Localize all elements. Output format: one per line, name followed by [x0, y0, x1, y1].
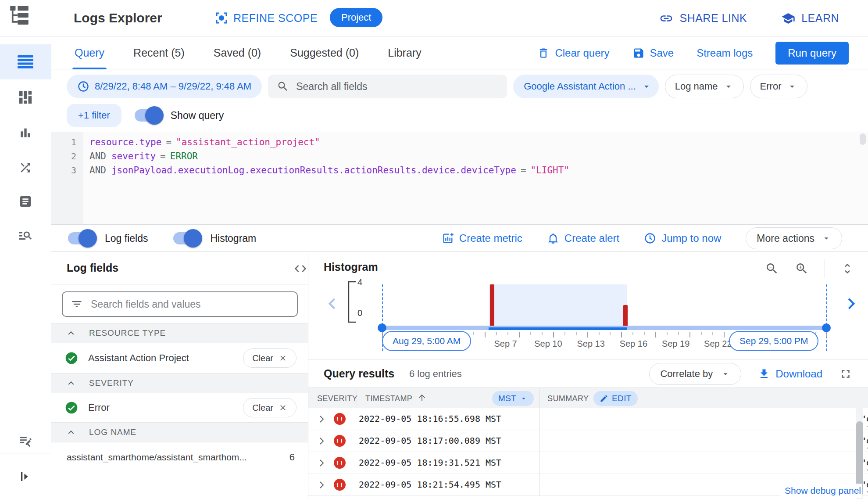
- sidebar-divider: [0, 453, 51, 453]
- expand-row-icon[interactable]: [316, 436, 327, 446]
- more-filters-button[interactable]: +1 filter: [67, 104, 121, 127]
- time-slider-track[interactable]: [382, 326, 826, 330]
- editor-scrollbar[interactable]: [860, 133, 866, 145]
- create-metric-button[interactable]: Create metric: [442, 232, 522, 244]
- histogram-toolbar: [765, 259, 854, 278]
- severity-filter-dropdown[interactable]: Error: [750, 75, 807, 98]
- show-query-toggle[interactable]: [135, 106, 162, 125]
- jump-to-now-button[interactable]: Jump to now: [644, 232, 721, 244]
- sidebar-item-logs-storage[interactable]: [0, 184, 51, 219]
- log-fields-toggle[interactable]: [68, 229, 95, 248]
- histogram-plot[interactable]: [382, 284, 826, 326]
- sidebar-item-log-analytics[interactable]: [0, 218, 51, 253]
- learn-button[interactable]: LEARN: [781, 11, 839, 25]
- list-search-icon: [18, 228, 33, 243]
- zoom-out-icon[interactable]: [765, 262, 779, 276]
- resource-filter-dropdown[interactable]: Google Assistant Action ...: [513, 75, 659, 98]
- expand-row-icon[interactable]: [316, 458, 327, 468]
- stream-logs-button[interactable]: Stream logs: [697, 47, 753, 59]
- create-alert-button[interactable]: Create alert: [547, 232, 619, 244]
- slider-handle-end[interactable]: [822, 323, 831, 332]
- field-item-log-name[interactable]: assistant_smarthome/assistant_smarthom..…: [51, 443, 308, 471]
- save-button[interactable]: Save: [632, 47, 674, 59]
- zoom-in-icon[interactable]: [795, 262, 809, 276]
- tab-suggested[interactable]: Suggested (0): [275, 36, 373, 69]
- project-scope-badge[interactable]: Project: [330, 8, 382, 27]
- log-row[interactable]: !! 2022-09-05 18:19:31.521 MST {"executi…: [308, 452, 868, 474]
- log-row[interactable]: !! 2022-09-05 18:17:00.089 MST {"executi…: [308, 430, 868, 452]
- clock-icon: [77, 80, 89, 93]
- clear-severity-filter-button[interactable]: Clear: [243, 398, 296, 417]
- fullscreen-icon[interactable]: [839, 367, 852, 381]
- histogram-toggle[interactable]: [173, 229, 200, 248]
- sort-ascending-icon[interactable]: [417, 393, 427, 402]
- range-end-pill[interactable]: Sep 29, 5:00 PM: [729, 331, 818, 351]
- tab-library[interactable]: Library: [373, 36, 436, 69]
- page-title: Logs Explorer: [74, 11, 162, 25]
- run-query-button[interactable]: Run query: [775, 42, 849, 65]
- line-number: 3: [51, 165, 83, 176]
- close-icon: [279, 403, 287, 412]
- histogram-bar: [490, 284, 494, 326]
- chevron-down-icon: [520, 395, 528, 402]
- histogram-next-icon[interactable]: [843, 294, 859, 313]
- field-item-error[interactable]: Error Clear: [51, 393, 308, 422]
- y-axis-max-label: 4: [357, 277, 362, 287]
- chevron-down-icon: [787, 81, 797, 92]
- log-fields-search[interactable]: [62, 291, 298, 317]
- chevron-down-icon: [723, 81, 734, 92]
- chevron-down-icon: [721, 369, 730, 379]
- timezone-dropdown[interactable]: MST: [492, 391, 534, 406]
- histogram-tick-label: Sep 10: [534, 339, 562, 349]
- sidebar-item-logs-explorer[interactable]: [0, 44, 51, 79]
- query-tabbar: Query Recent (5) Saved (0) Suggested (0)…: [51, 36, 868, 69]
- search-all-fields[interactable]: [268, 75, 507, 98]
- clear-resource-filter-button[interactable]: Clear: [243, 348, 296, 368]
- code-brackets-icon[interactable]: [293, 262, 307, 276]
- col-timestamp[interactable]: TIMESTAMP: [365, 394, 412, 403]
- pencil-icon: [600, 394, 608, 403]
- sidebar-item-log-metrics[interactable]: [0, 115, 51, 150]
- share-link-button[interactable]: SHARE LINK: [659, 11, 747, 25]
- download-button[interactable]: Download: [758, 368, 822, 380]
- tab-query[interactable]: Query: [60, 36, 119, 69]
- section-severity[interactable]: SEVERITY: [51, 373, 308, 393]
- error-severity-icon: !!: [334, 413, 346, 425]
- query-editor[interactable]: 1 resource.type="assistant_action_projec…: [51, 132, 868, 224]
- time-range-filter[interactable]: 8/29/22, 8:48 AM – 9/29/22, 9:48 AM: [67, 75, 262, 98]
- sidebar-item-logs-dashboard[interactable]: [0, 80, 51, 115]
- log-name-filter-dropdown[interactable]: Log name: [665, 75, 744, 98]
- more-actions-dropdown[interactable]: More actions: [746, 227, 842, 249]
- field-item-assistant-action-project[interactable]: Assistant Action Project Clear: [51, 343, 308, 373]
- slider-handle-start[interactable]: [378, 323, 386, 332]
- line-number: 1: [51, 137, 83, 147]
- active-tab-underline: [72, 68, 107, 69]
- section-log-name[interactable]: LOG NAME: [51, 422, 308, 442]
- range-start-pill[interactable]: Aug 29, 5:00 AM: [382, 331, 471, 351]
- slider-selected-range: [489, 327, 627, 330]
- search-all-fields-input[interactable]: [296, 81, 485, 93]
- histogram-selection[interactable]: [489, 284, 627, 326]
- bar-chart-icon: [18, 126, 32, 140]
- expand-row-icon[interactable]: [316, 414, 327, 424]
- top-header: Logs Explorer REFINE SCOPE Project SHARE…: [0, 0, 868, 36]
- correlate-by-dropdown[interactable]: Correlate by: [649, 363, 741, 385]
- document-icon: [18, 194, 32, 208]
- refine-scope-button[interactable]: REFINE SCOPE: [215, 11, 318, 25]
- sidebar-expand-button[interactable]: [0, 459, 51, 494]
- histogram-prev-icon[interactable]: [324, 294, 341, 313]
- unfold-more-icon[interactable]: [841, 262, 854, 275]
- log-row[interactable]: !! 2022-09-05 18:16:55.698 MST {"executi…: [308, 408, 868, 430]
- expand-row-icon[interactable]: [316, 480, 327, 490]
- edit-summary-button[interactable]: EDIT: [593, 391, 638, 406]
- chevron-down-icon: [822, 233, 831, 243]
- show-query-label: Show query: [171, 110, 224, 122]
- divider: [287, 258, 287, 278]
- show-debug-panel-link[interactable]: Show debug panel: [780, 484, 862, 498]
- tab-recent[interactable]: Recent (5): [119, 36, 199, 69]
- log-fields-search-input[interactable]: [91, 298, 284, 310]
- section-resource-type[interactable]: RESOURCE TYPE: [51, 323, 308, 343]
- tab-saved[interactable]: Saved (0): [199, 36, 275, 69]
- clear-query-button[interactable]: Clear query: [537, 47, 609, 59]
- sidebar-item-log-router[interactable]: [0, 150, 51, 185]
